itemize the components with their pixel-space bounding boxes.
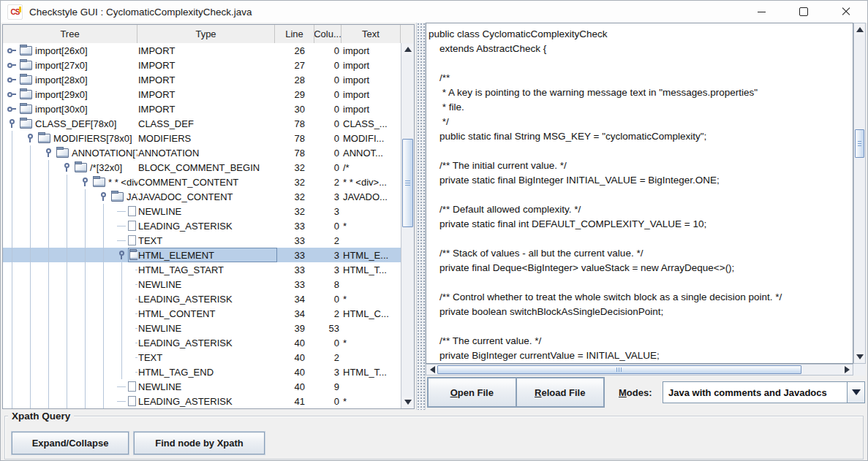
table-row[interactable]: NEWLINENEWLINE409 <box>3 379 401 394</box>
expand-handle-icon[interactable] <box>26 134 34 142</box>
tree-guide-line <box>30 277 31 292</box>
tree-connector <box>135 328 137 329</box>
scroll-up-button[interactable] <box>855 24 864 35</box>
source-code-view[interactable]: public class CyclomaticComplexityCheck e… <box>426 23 853 364</box>
tree-guide-line <box>67 233 67 248</box>
column-header-type[interactable]: Type <box>137 25 275 43</box>
table-row[interactable]: import[28x0]IMPORT280import <box>3 72 401 87</box>
tree-connector <box>117 226 126 226</box>
table-row[interactable]: ANNOTATION[78x0]ANNOTATION780ANNOT... <box>3 145 401 160</box>
type-cell: IMPORT <box>137 43 275 58</box>
table-row[interactable]: LEADING_ASTERISKLEADING_ASTERISK340* <box>3 292 401 306</box>
scroll-up-button[interactable] <box>402 44 413 55</box>
expand-handle-icon[interactable] <box>80 178 89 186</box>
table-row[interactable]: NEWLINENEWLINE323 <box>3 204 401 218</box>
table-row[interactable]: TEXTTEXT332 <box>3 233 401 248</box>
minimize-button[interactable] <box>740 1 782 23</box>
scrollbar-thumb[interactable] <box>855 129 864 158</box>
scroll-left-button[interactable] <box>427 365 437 374</box>
scroll-down-button[interactable] <box>402 397 413 408</box>
table-row[interactable]: HTML_ELEMENTHTML_ELEMENT333HTML_E... <box>3 248 401 262</box>
scrollbar-thumb[interactable] <box>402 139 413 227</box>
code-horizontal-scrollbar[interactable] <box>426 364 853 376</box>
table-row[interactable]: LEADING_ASTERISKLEADING_ASTERISK330* <box>3 218 401 233</box>
tree-guide-line <box>48 233 49 248</box>
column-header-text[interactable]: Text <box>341 25 401 43</box>
modes-combobox[interactable]: Java with comments and Javadocs <box>663 381 848 403</box>
table-row[interactable]: JAVADOC_CONTENTJAVADOC_CONTENT323JAVADO.… <box>3 189 401 204</box>
maximize-button[interactable] <box>782 1 825 23</box>
column-header-tree[interactable]: Tree <box>3 25 137 43</box>
column-cell: 2 <box>314 306 341 321</box>
table-row[interactable]: HTML_TAG_STARTHTML_TAG_START333HTML_T... <box>3 262 401 277</box>
tree-guide-line <box>12 145 12 160</box>
tree-guide-line <box>30 175 31 189</box>
column-cell: 0 <box>314 145 341 160</box>
column-header-column[interactable]: Colu... <box>314 25 341 43</box>
tree-node: HTML_TAG_START <box>135 262 137 277</box>
reload-file-button[interactable]: Reload File <box>516 378 605 407</box>
tree-guide-line <box>103 394 104 408</box>
table-row[interactable]: import[27x0]IMPORT270import <box>3 58 401 72</box>
table-row[interactable]: NEWLINENEWLINE338 <box>3 277 401 292</box>
table-row[interactable]: HTML_CONTENTHTML_CONTENT342HTML_C... <box>3 306 401 321</box>
tree-guide-line <box>121 306 122 321</box>
expand-handle-icon[interactable] <box>44 148 53 157</box>
text-cell: * <box>341 335 400 350</box>
find-node-by-xpath-button[interactable]: Find node by Xpath <box>134 432 265 454</box>
table-row[interactable]: NEWLINENEWLINE3953 <box>3 321 401 335</box>
column-cell: 3 <box>314 248 341 262</box>
tree-guide-line <box>30 145 31 160</box>
tree-cell: LEADING_ASTERISK <box>3 218 137 233</box>
table-row[interactable]: import[26x0]IMPORT260import <box>3 43 401 58</box>
collapse-handle-icon[interactable] <box>7 90 16 99</box>
expand-collapse-button[interactable]: Expand/Collapse <box>12 432 129 454</box>
scrollbar-thumb[interactable] <box>437 365 801 374</box>
expand-handle-icon[interactable] <box>7 119 16 128</box>
code-vertical-scrollbar[interactable] <box>853 23 866 364</box>
collapse-handle-icon[interactable] <box>7 61 16 69</box>
table-row[interactable]: LEADING_ASTERISKLEADING_ASTERISK400* <box>3 335 401 350</box>
tree-guide-line <box>30 350 31 365</box>
open-file-button[interactable]: Open File <box>428 378 516 407</box>
tree-guide-line <box>85 233 86 248</box>
tree-guide-line <box>30 160 31 175</box>
expand-handle-icon[interactable] <box>99 192 107 201</box>
tree-guide-line <box>67 248 67 262</box>
table-row[interactable]: LEADING_ASTERISKLEADING_ASTERISK410* <box>3 394 401 408</box>
tree-guide-line <box>12 394 12 408</box>
expand-handle-icon[interactable] <box>62 163 71 172</box>
tree-node-label: * * <div>... <box>108 177 137 188</box>
table-row[interactable]: /*[32x0]BLOCK_COMMENT_BEGIN320/* <box>3 160 401 175</box>
expand-handle-icon[interactable] <box>117 251 126 259</box>
table-row[interactable]: import[30x0]IMPORT300import <box>3 102 401 116</box>
line-cell: 78 <box>275 131 314 145</box>
column-header-line[interactable]: Line <box>275 25 314 43</box>
tree-vertical-scrollbar[interactable] <box>401 43 414 408</box>
type-cell: IMPORT <box>137 87 275 102</box>
tree-node: import[28x0] <box>7 72 88 87</box>
scroll-right-button[interactable] <box>842 365 852 374</box>
modes-combobox-arrow[interactable] <box>847 381 865 403</box>
column-cell: 0 <box>314 394 341 408</box>
table-row[interactable]: import[29x0]IMPORT290import <box>3 87 401 102</box>
split-pane-divider[interactable] <box>416 23 426 410</box>
code-line: /** <box>429 71 853 85</box>
close-button[interactable] <box>825 1 867 23</box>
table-row[interactable]: TEXTTEXT402 <box>3 350 401 365</box>
thumb-grip <box>616 367 622 372</box>
collapse-handle-icon[interactable] <box>7 75 16 84</box>
table-row[interactable]: * * <div>...COMMENT_CONTENT322* * <div>.… <box>3 175 401 189</box>
folder-icon <box>20 46 32 56</box>
tree-guide-line <box>103 277 104 292</box>
tree-guide-line <box>67 365 67 379</box>
collapse-handle-icon[interactable] <box>7 104 16 113</box>
line-cell: 32 <box>275 160 314 175</box>
scroll-down-button[interactable] <box>855 351 864 362</box>
tree-guide-line <box>121 262 122 277</box>
collapse-handle-icon[interactable] <box>7 46 16 55</box>
table-row[interactable]: CLASS_DEF[78x0]CLASS_DEF780CLASS_... <box>3 116 401 131</box>
folder-icon <box>20 104 32 114</box>
table-row[interactable]: HTML_TAG_ENDHTML_TAG_END403HTML_T... <box>3 365 401 379</box>
table-row[interactable]: MODIFIERS[78x0]MODIFIERS780MODIFI... <box>3 131 401 145</box>
